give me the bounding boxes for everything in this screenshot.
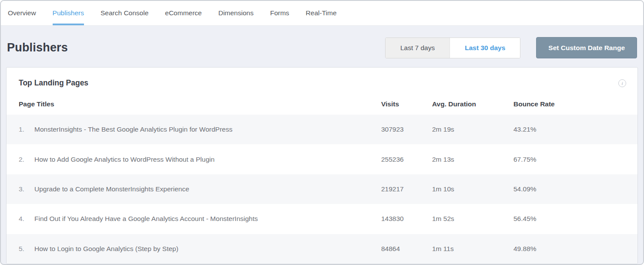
tab-ecommerce[interactable]: eCommerce [165,1,201,25]
table-header-row: Page Titles Visits Avg. Duration Bounce … [7,94,637,115]
tab-real-time[interactable]: Real-Time [306,1,337,25]
date-range-toggle: Last 7 days Last 30 days [385,37,520,58]
publishers-report-window: Overview Publishers Search Console eComm… [0,0,644,265]
card-header: Top Landing Pages i [7,68,637,94]
page-title-value[interactable]: MonsterInsights - The Best Google Analyt… [34,126,232,133]
page-title: Publishers [7,41,68,54]
bounce-rate-value: 43.21% [513,126,625,133]
table-row: 3. Upgrade to a Complete MonsterInsights… [7,174,637,204]
table-row: 4. Find Out if You Already Have a Google… [7,204,637,234]
table-row: 5. How to Login to Google Analytics (Ste… [7,234,637,264]
bounce-rate-value: 56.45% [513,215,625,223]
bounce-rate-value: 49.88% [513,245,625,253]
avg-duration-value: 1m 10s [432,185,513,193]
table-row: 2. How to Add Google Analytics to WordPr… [7,144,637,174]
visits-value: 219217 [381,185,432,193]
page-title-cell: 5. How to Login to Google Analytics (Ste… [19,245,381,253]
row-rank: 5. [19,245,34,253]
page-title-cell: 4. Find Out if You Already Have a Google… [19,215,381,223]
avg-duration-value: 1m 52s [432,215,513,223]
column-header-bounce-rate: Bounce Rate [513,100,625,108]
page-title-cell: 3. Upgrade to a Complete MonsterInsights… [19,185,381,193]
row-rank: 3. [19,185,34,193]
table-body: 1. MonsterInsights - The Best Google Ana… [7,115,637,264]
visits-value: 84864 [381,245,432,253]
visits-value: 307923 [381,126,432,133]
tab-dimensions[interactable]: Dimensions [218,1,254,25]
info-icon[interactable]: i [618,79,626,87]
bounce-rate-value: 54.09% [513,185,625,193]
report-tab-bar: Overview Publishers Search Console eComm… [1,1,643,26]
date-range-controls: Last 7 days Last 30 days Set Custom Date… [385,37,637,58]
row-rank: 1. [19,126,34,133]
page-title-value[interactable]: Upgrade to a Complete MonsterInsights Ex… [34,185,189,193]
page-title-cell: 1. MonsterInsights - The Best Google Ana… [19,126,381,133]
set-custom-date-range-button[interactable]: Set Custom Date Range [536,37,637,58]
visits-value: 255236 [381,156,432,163]
page-header: Publishers Last 7 days Last 30 days Set … [6,26,638,67]
last-7-days-button[interactable]: Last 7 days [386,38,449,58]
avg-duration-value: 1m 11s [432,245,513,253]
last-30-days-button[interactable]: Last 30 days [449,38,520,58]
tab-overview[interactable]: Overview [8,1,36,25]
table-row: 1. MonsterInsights - The Best Google Ana… [7,115,637,144]
row-rank: 4. [19,215,34,223]
tab-publishers[interactable]: Publishers [53,1,84,25]
page-title-cell: 2. How to Add Google Analytics to WordPr… [19,156,381,163]
card-title: Top Landing Pages [19,78,88,88]
page-title-value[interactable]: How to Add Google Analytics to WordPress… [34,156,215,163]
page-title-value[interactable]: How to Login to Google Analytics (Step b… [34,245,178,253]
top-landing-pages-card: Top Landing Pages i Page Titles Visits A… [6,67,638,264]
visits-value: 143830 [381,215,432,223]
avg-duration-value: 2m 13s [432,156,513,163]
column-header-page-titles: Page Titles [19,100,381,108]
column-header-visits: Visits [381,100,432,108]
row-rank: 2. [19,156,34,163]
page-title-value[interactable]: Find Out if You Already Have a Google An… [34,215,258,223]
avg-duration-value: 2m 19s [432,126,513,133]
column-header-avg-duration: Avg. Duration [432,100,513,108]
tab-forms[interactable]: Forms [270,1,289,25]
tab-search-console[interactable]: Search Console [101,1,148,25]
bounce-rate-value: 67.75% [513,156,625,163]
publishers-page: Publishers Last 7 days Last 30 days Set … [1,26,643,264]
